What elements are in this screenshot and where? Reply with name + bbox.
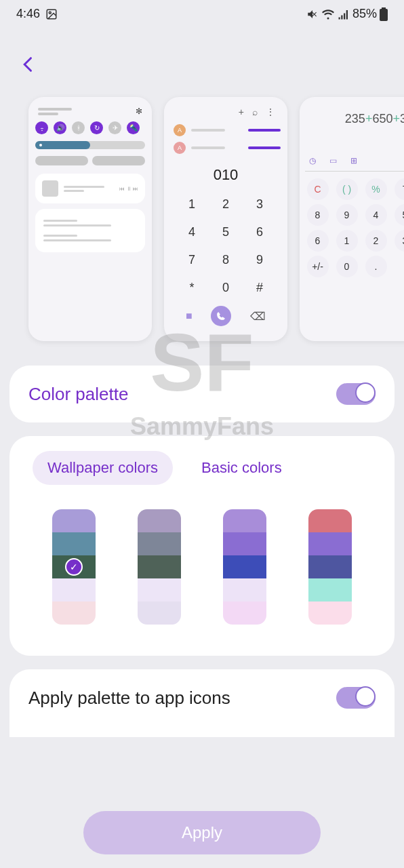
- call-button-icon: [211, 306, 231, 326]
- keypad-key: 6: [244, 220, 275, 245]
- mute-icon: [306, 8, 319, 20]
- svg-rect-2: [382, 7, 386, 9]
- keypad-key: 9: [244, 248, 275, 273]
- calculator-key: 5: [395, 204, 405, 226]
- keypad-key: 2: [210, 192, 241, 217]
- back-button[interactable]: [19, 55, 385, 77]
- airplane-toggle-icon: ✈: [108, 121, 121, 134]
- calculator-key: 4: [365, 204, 387, 226]
- dialed-number: 010: [171, 166, 281, 184]
- keypad-key: 4: [176, 220, 207, 245]
- calculator-key: 6: [307, 230, 329, 252]
- search-icon: ⌕: [252, 106, 258, 117]
- rotate-toggle-icon: ↻: [90, 121, 103, 134]
- calculator-key: 7: [395, 178, 405, 200]
- keypad-key: *: [176, 275, 207, 300]
- check-icon: ✓: [65, 558, 83, 576]
- calculator-key: .: [365, 256, 387, 277]
- battery-icon: [380, 7, 388, 21]
- notification-card: [35, 209, 145, 252]
- quick-toggles: 🔊 ᚼ ↻ ✈ 🔦: [35, 121, 145, 134]
- plus-icon: +: [239, 106, 244, 117]
- picture-icon: [45, 8, 58, 20]
- media-card: ⏮ ⏸ ⏭: [35, 174, 145, 203]
- palette-swatch-2[interactable]: [223, 509, 266, 625]
- page-header: [0, 28, 404, 90]
- keypad-key: #: [244, 275, 275, 300]
- calculator-key: %: [365, 178, 387, 200]
- calculator-key: 3: [395, 230, 405, 252]
- apply-to-icons-label: Apply palette to app icons: [28, 688, 230, 709]
- flashlight-toggle-icon: 🔦: [127, 121, 140, 134]
- more-icon: ⋮: [266, 106, 275, 117]
- tab-basic-colors[interactable]: Basic colors: [186, 451, 297, 485]
- grid-icon: ⊞: [350, 156, 357, 165]
- keypad-key: 0: [210, 275, 241, 300]
- status-bar: 4:46 85%: [0, 0, 404, 28]
- svg-rect-5: [380, 11, 387, 20]
- preview-calculator: 235+650+37 12 ◷ ▭ ⊞ C( )%789456123+/-0.: [300, 97, 404, 341]
- gear-icon: ✻: [136, 106, 142, 116]
- color-palette-label: Color palette: [28, 384, 128, 405]
- calculator-keys: C( )%789456123+/-0.: [305, 178, 404, 277]
- preview-quick-settings: ✻ 🔊 ᚼ ↻ ✈ 🔦 ⏮ ⏸ ⏭: [28, 97, 152, 341]
- calculator-key: ( ): [336, 178, 358, 200]
- calculator-key: 2: [365, 230, 387, 252]
- calculator-key: 9: [336, 204, 358, 226]
- apply-to-icons-row[interactable]: Apply palette to app icons: [9, 669, 395, 737]
- bluetooth-toggle-icon: ᚼ: [72, 121, 85, 134]
- sound-toggle-icon: 🔊: [54, 121, 66, 134]
- calculator-result: 12: [305, 133, 404, 153]
- tab-wallpaper-colors[interactable]: Wallpaper colors: [33, 451, 173, 485]
- color-selection-section: Wallpaper colors Basic colors ✓: [9, 436, 395, 656]
- color-tabs: Wallpaper colors Basic colors: [22, 451, 382, 485]
- ruler-icon: ▭: [329, 156, 337, 165]
- svg-point-1: [49, 12, 51, 14]
- calculator-key: +/-: [307, 256, 329, 277]
- calculator-key: 1: [336, 230, 358, 252]
- avatar-icon: A: [174, 124, 186, 136]
- battery-percent: 85%: [352, 7, 377, 21]
- status-time: 4:46: [16, 7, 40, 21]
- history-icon: ◷: [309, 156, 316, 165]
- keypad-key: 5: [210, 220, 241, 245]
- backspace-icon: ⌫: [250, 310, 266, 323]
- palette-swatch-3[interactable]: [308, 509, 352, 625]
- avatar-icon: A: [174, 142, 186, 154]
- calculator-key: 0: [336, 256, 358, 277]
- apply-button[interactable]: Apply: [83, 811, 321, 854]
- palette-swatch-0[interactable]: ✓: [52, 509, 96, 625]
- signal-icon: [338, 8, 350, 20]
- calculator-expression: 235+650+37: [305, 105, 404, 133]
- keypad-key: 1: [176, 192, 207, 217]
- keypad-key: 3: [244, 192, 275, 217]
- keypad-key: 8: [210, 248, 241, 273]
- brightness-slider: [35, 141, 145, 149]
- video-call-icon: ■: [186, 310, 193, 322]
- wifi-icon: [321, 8, 335, 20]
- apply-to-icons-toggle[interactable]: [336, 687, 376, 709]
- theme-preview-carousel[interactable]: ✻ 🔊 ᚼ ↻ ✈ 🔦 ⏮ ⏸ ⏭ + ⌕ ⋮ A A: [0, 90, 404, 361]
- calculator-key: C: [307, 178, 329, 200]
- wifi-toggle-icon: [35, 121, 48, 134]
- keypad: 123456789*0#: [171, 192, 281, 300]
- palette-swatches: ✓: [22, 505, 382, 629]
- keypad-key: 7: [176, 248, 207, 273]
- palette-swatch-1[interactable]: [138, 509, 181, 625]
- color-palette-row[interactable]: Color palette: [9, 366, 395, 422]
- color-palette-toggle[interactable]: [336, 383, 376, 405]
- preview-dialer: + ⌕ ⋮ A A 010 123456789*0# ■ ⌫: [164, 97, 287, 341]
- calculator-key: 8: [307, 204, 329, 226]
